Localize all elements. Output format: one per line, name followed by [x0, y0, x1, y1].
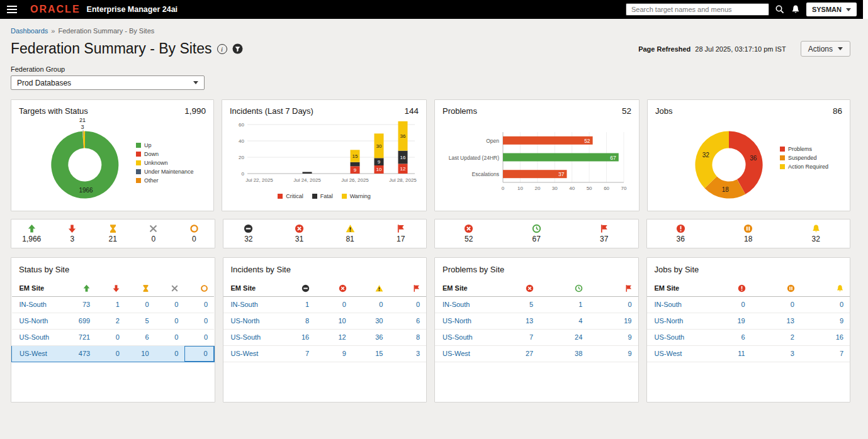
site-link[interactable]: IN-South	[12, 296, 67, 313]
cell-value: 1	[96, 296, 126, 313]
search-icon[interactable]	[775, 4, 785, 14]
column-header-suspended-icon[interactable]	[752, 280, 801, 296]
table-row[interactable]: IN-South510	[435, 296, 638, 313]
site-link[interactable]: US-North	[435, 313, 490, 329]
stat-suspended: 18	[714, 224, 782, 243]
table-row[interactable]: US-North13419	[435, 313, 638, 329]
title-right: Page Refreshed 28 Jul 2025, 03:17:10 pm …	[638, 41, 850, 57]
column-header-blackout-icon[interactable]	[184, 280, 214, 296]
status-by-site-card: Status by Site EM SiteIN-South731000US-N…	[11, 257, 215, 403]
table-row[interactable]: US-South6216	[647, 329, 850, 345]
cell-value: 699	[67, 313, 97, 329]
svg-text:10: 10	[376, 167, 382, 172]
column-header-down-arrow-icon[interactable]	[96, 280, 126, 296]
site-link[interactable]: IN-South	[435, 296, 490, 313]
site-link[interactable]: US-South	[435, 329, 490, 345]
scrollbar-gutter[interactable]	[863, 0, 868, 19]
column-header-flag-icon[interactable]	[589, 280, 638, 296]
table-row[interactable]: US-West1137	[647, 345, 850, 362]
site-link[interactable]: US-West	[12, 345, 67, 362]
incidents-by-site-card: Incidents by Site EM SiteIN-South1000US-…	[223, 257, 427, 403]
info-icon[interactable]: i	[217, 44, 227, 54]
filters-icon[interactable]	[232, 43, 243, 54]
table-row[interactable]: US-West79153	[223, 345, 427, 362]
site-link[interactable]: US-South	[12, 329, 67, 345]
targets-donut-chart[interactable]: 1966213	[44, 116, 126, 206]
site-link[interactable]: US-West	[223, 345, 279, 362]
hamburger-menu-icon[interactable]	[0, 0, 24, 19]
incidents-bar-chart[interactable]: 0204060Jul 22, 2025Jul 24, 2025915Jul 26…	[230, 119, 419, 192]
site-link[interactable]: IN-South	[223, 296, 279, 313]
table-row[interactable]: US-South7249	[435, 329, 638, 345]
column-header-up-arrow-icon[interactable]	[67, 280, 97, 296]
actions-button[interactable]: Actions	[801, 41, 850, 57]
table-row[interactable]: IN-South1000	[223, 296, 427, 313]
svg-text:50: 50	[587, 186, 592, 191]
user-menu[interactable]: SYSMAN	[806, 3, 857, 16]
table-row[interactable]: US-South1612368	[223, 329, 427, 345]
column-header-em-site[interactable]: EM Site	[223, 280, 279, 296]
site-link[interactable]: US-South	[223, 329, 279, 345]
column-header-unreachable-icon[interactable]	[155, 280, 185, 296]
cell-value: 11	[702, 345, 752, 362]
hourglass-icon	[108, 224, 118, 233]
incidents-card: Incidents (Last 7 Days) 144 0204060Jul 2…	[222, 99, 427, 211]
svg-text:0: 0	[502, 186, 505, 191]
site-link[interactable]: US-South	[647, 329, 702, 345]
column-header-em-site[interactable]: EM Site	[435, 280, 490, 296]
table-row[interactable]: US-North19139	[647, 313, 850, 329]
column-header-warning-icon[interactable]	[352, 280, 390, 296]
column-header-bell-icon[interactable]	[801, 280, 850, 296]
table-row[interactable]: US-North810306	[223, 313, 427, 329]
site-link[interactable]: US-North	[223, 313, 279, 329]
site-link[interactable]: US-North	[647, 313, 702, 329]
table-row[interactable]: US-South7210600	[12, 329, 215, 345]
stat-hourglass: 21	[93, 224, 133, 243]
jobs-donut-chart[interactable]: 361832	[688, 116, 770, 206]
breadcrumb-dashboards-link[interactable]: Dashboards	[11, 27, 48, 35]
column-header-hourglass-icon[interactable]	[126, 280, 155, 296]
column-header-critical-icon[interactable]	[490, 280, 539, 296]
notifications-bell-icon[interactable]	[791, 4, 801, 14]
table-row[interactable]: IN-South731000	[12, 296, 215, 313]
up-arrow-icon	[27, 224, 37, 233]
jobs-by-site-card: Jobs by Site EM SiteIN-South000US-North1…	[646, 257, 851, 403]
legend-item: Critical	[278, 193, 303, 199]
unreachable-icon	[149, 224, 158, 233]
legend-swatch	[136, 143, 141, 148]
svg-text:52: 52	[584, 138, 590, 144]
column-header-clock-icon[interactable]	[539, 280, 589, 296]
column-header-em-site[interactable]: EM Site	[12, 280, 67, 296]
stat-up-arrow: 1,966	[11, 224, 52, 243]
cell-value: 3	[389, 345, 426, 362]
site-link[interactable]: US-West	[647, 345, 702, 362]
global-search-input[interactable]	[626, 3, 769, 16]
cell-value: 0	[589, 296, 638, 313]
cell-value: 7	[801, 345, 850, 362]
site-link[interactable]: US-West	[435, 345, 490, 362]
legend-item: Other	[136, 177, 194, 184]
column-header-em-site[interactable]: EM Site	[647, 280, 702, 296]
stat-value: 17	[397, 235, 405, 243]
card-total: 86	[833, 106, 842, 116]
site-link[interactable]: US-North	[12, 313, 67, 329]
column-header-flag-icon[interactable]	[389, 280, 426, 296]
card-title: Targets with Status	[19, 106, 88, 116]
federation-group-select[interactable]: Prod Databases	[11, 75, 205, 90]
stat-clock: 67	[503, 224, 571, 243]
problems-bar-chart[interactable]: 010203040506070Open52Last Updated (24HR)…	[442, 125, 631, 204]
table-row[interactable]: US-North6992500	[12, 313, 215, 329]
table-row[interactable]: US-West47301000	[12, 345, 215, 362]
summary-stats-row: 1,96632100 32318117 526737 361832	[11, 219, 850, 248]
down-arrow-icon	[112, 284, 120, 292]
column-header-error-icon[interactable]	[702, 280, 752, 296]
site-link[interactable]: IN-South	[647, 296, 702, 313]
cell-value: 16	[279, 329, 316, 345]
svg-text:30: 30	[552, 186, 558, 191]
table-row[interactable]: US-West27389	[435, 345, 638, 362]
cell-value: 38	[539, 345, 589, 362]
table-row[interactable]: IN-South000	[647, 296, 850, 313]
column-header-fatal-icon[interactable]	[279, 280, 316, 296]
column-header-critical-icon[interactable]	[315, 280, 352, 296]
stat-value: 18	[744, 235, 752, 243]
